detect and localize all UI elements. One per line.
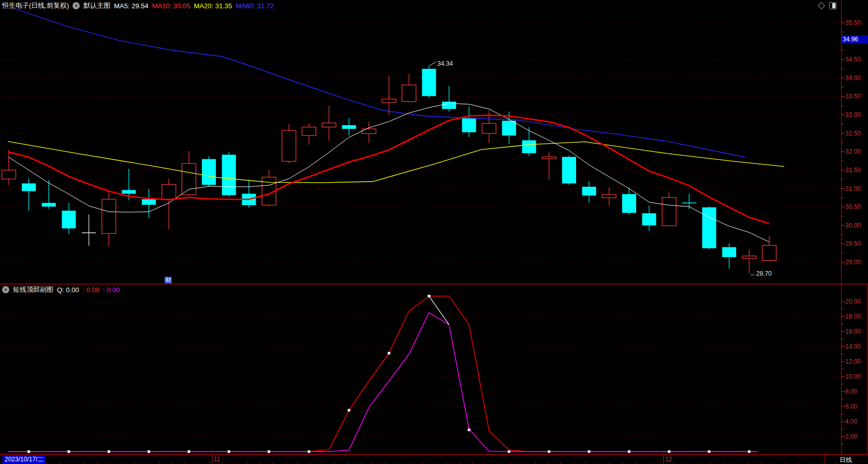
diamond-icon[interactable] <box>818 2 825 9</box>
indicator-axis-label: 12.00 <box>845 358 861 365</box>
candle-body <box>742 256 756 259</box>
price-axis-label: 35.50 <box>845 19 861 26</box>
indicator-marker <box>27 451 30 453</box>
chevron-down-circle-icon[interactable]: ▾ <box>72 2 80 9</box>
indicator-marker <box>748 451 751 453</box>
indicator-marker <box>388 352 390 354</box>
candle-body <box>522 140 536 153</box>
candle-body <box>542 157 556 159</box>
month-label-11: 11 <box>214 456 220 463</box>
candle-body <box>22 184 36 191</box>
candle-body <box>502 121 516 135</box>
candle-body <box>382 99 396 102</box>
indicator-marker <box>468 428 470 431</box>
ma5-legend: MA5: 29.54 <box>114 2 149 10</box>
candle-body <box>622 194 636 213</box>
candle-body <box>122 190 136 193</box>
candle-body <box>102 199 116 233</box>
candle-body <box>582 187 596 196</box>
main-chart-header: 恒生电子(日线,前复权) ▾ 默认主图 MA5: 29.54 MA10: 30.… <box>2 0 274 11</box>
indicator-axis-label: 16.00 <box>845 328 861 335</box>
indicator-marker <box>548 451 550 453</box>
price-axis-label: 33.00 <box>845 111 861 118</box>
price-axis-label: 30.00 <box>845 222 861 229</box>
indicator-marker <box>508 451 510 453</box>
indicator-value-2: : 0.00 <box>83 286 100 294</box>
candle-body <box>182 163 196 195</box>
price-axis-label: 30.50 <box>845 203 861 211</box>
indicator-marker <box>708 451 711 453</box>
price-axis-label: 34.00 <box>845 74 861 82</box>
period-selector[interactable]: 日线 <box>825 456 866 464</box>
indicator-marker <box>67 451 70 453</box>
layout-selector[interactable]: 默认主图 <box>83 1 110 10</box>
candle-body <box>322 123 336 127</box>
panel-layout-icon[interactable] <box>829 2 836 9</box>
candle-body <box>42 203 56 206</box>
low-annotation: ←28.70 <box>750 270 772 277</box>
candle-body <box>422 69 436 96</box>
candle-body <box>362 129 376 133</box>
signal-badge: 财 <box>165 277 172 283</box>
month-label-12: 12 <box>665 456 672 463</box>
candle-body <box>682 203 696 204</box>
candle-body <box>762 245 776 260</box>
indicator-axis-label: 6.00 <box>845 403 857 410</box>
high-annotation: 34.34 <box>437 60 453 67</box>
candle-body <box>602 194 616 198</box>
candle-body <box>642 213 656 226</box>
price-tag: 34.96 <box>842 35 868 43</box>
indicator-marker <box>228 451 230 453</box>
chevron-down-circle-icon[interactable]: ▾ <box>2 286 9 293</box>
candle-body <box>462 118 476 132</box>
candle-body <box>722 247 736 257</box>
candle-body <box>2 170 16 179</box>
indicator-value-3: : 0.00 <box>103 286 120 294</box>
indicator-axis-label: 8.00 <box>845 388 857 395</box>
price-axis-label: 34.50 <box>845 56 861 63</box>
candle-body <box>302 127 316 136</box>
stock-title: 恒生电子(日线,前复权) <box>2 1 69 10</box>
indicator-marker <box>628 451 630 453</box>
price-axis-label: 32.00 <box>845 148 861 155</box>
candle-body <box>202 159 216 185</box>
indicator-axis-label: 14.00 <box>845 343 861 350</box>
ma20-legend: MA20: 31.35 <box>194 2 232 10</box>
candle-body <box>222 155 236 195</box>
candle-body <box>702 207 716 248</box>
indicator-axis-label: 2.00 <box>845 433 857 440</box>
date-tag: 2023/10/17/二 <box>3 455 46 463</box>
indicator-name: 短线顶部副图 <box>13 285 53 294</box>
indicator-marker <box>148 451 150 453</box>
indicator-marker <box>187 451 190 453</box>
candle-body <box>402 85 416 101</box>
sub-chart-header: ▾ 短线顶部副图 Q: 0.00 : 0.00 : 0.00 <box>2 285 120 294</box>
candle-body <box>342 125 356 129</box>
indicator-marker <box>348 409 350 412</box>
sub-plot-area[interactable] <box>0 285 840 454</box>
price-axis-label: 29.00 <box>845 259 861 266</box>
ma60-legend: MA60: 31.72 <box>236 2 274 10</box>
header-tools <box>819 0 836 11</box>
indicator-axis-label: 18.00 <box>845 313 861 320</box>
indicator-marker <box>108 451 110 453</box>
candle-body <box>142 199 156 205</box>
indicator-axis-label: 4.00 <box>845 418 857 425</box>
indicator-marker <box>428 295 430 297</box>
candle-body <box>162 185 176 199</box>
indicator-marker <box>588 451 591 453</box>
candle-body <box>282 130 296 161</box>
indicator-marker <box>307 451 310 453</box>
chart-canvas <box>0 0 868 464</box>
candle-body <box>482 123 496 133</box>
trading-terminal: 恒生电子(日线,前复权) ▾ 默认主图 MA5: 29.54 MA10: 30.… <box>0 0 868 464</box>
ma10-legend: MA10: 30.05 <box>152 2 190 10</box>
candle-body <box>442 101 456 109</box>
price-axis-label: 29.50 <box>845 240 861 247</box>
candle-body <box>62 211 76 228</box>
indicator-marker <box>668 451 670 453</box>
price-axis-label: 33.50 <box>845 93 861 100</box>
price-axis-label: 31.50 <box>845 167 861 174</box>
indicator-axis-label: 20.00 <box>845 298 861 305</box>
price-axis-label: 31.00 <box>845 185 861 192</box>
